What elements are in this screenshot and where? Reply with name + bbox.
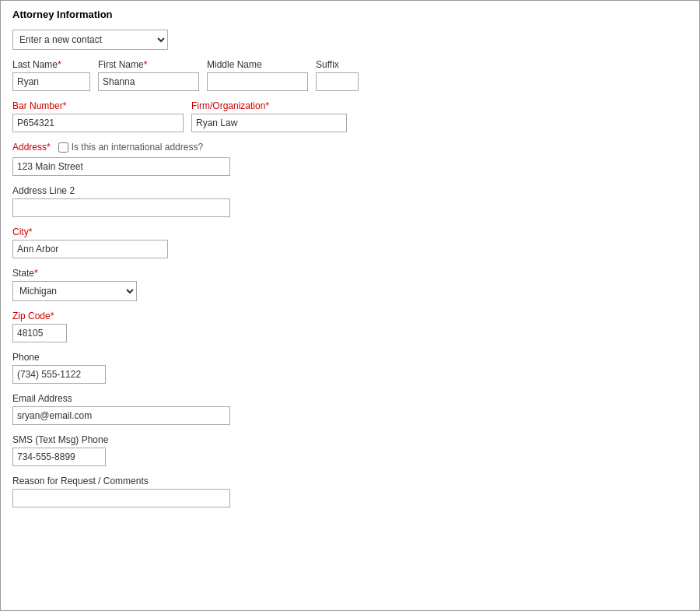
city-input[interactable] bbox=[12, 240, 168, 258]
name-fields-row: Last Name* First Name* Middle Name Suffi… bbox=[12, 59, 688, 91]
address-label-row: Address* Is this an international addres… bbox=[12, 142, 688, 153]
city-label: City* bbox=[12, 226, 688, 237]
city-row: City* bbox=[12, 226, 688, 258]
sms-phone-input[interactable] bbox=[12, 448, 106, 466]
firm-org-label: Firm/Organization* bbox=[191, 100, 347, 111]
bar-number-label: Bar Number* bbox=[12, 100, 184, 111]
middle-name-group: Middle Name bbox=[207, 59, 308, 91]
email-input[interactable] bbox=[12, 406, 230, 425]
last-name-required-star: * bbox=[58, 59, 61, 70]
first-name-required-star: * bbox=[144, 59, 148, 70]
bar-number-group: Bar Number* bbox=[12, 100, 184, 132]
email-label: Email Address bbox=[12, 393, 688, 404]
first-name-group: First Name* bbox=[98, 59, 199, 91]
reason-input[interactable] bbox=[12, 489, 230, 507]
first-name-input[interactable] bbox=[98, 72, 199, 91]
last-name-group: Last Name* bbox=[12, 59, 90, 91]
bar-number-required-star: * bbox=[63, 100, 67, 111]
state-select[interactable]: Michigan Alabama Alaska Arizona Arkansas… bbox=[12, 281, 137, 301]
phone-input[interactable] bbox=[12, 365, 106, 384]
address2-label: Address Line 2 bbox=[12, 185, 688, 196]
firm-org-required-star: * bbox=[265, 100, 269, 111]
email-row: Email Address bbox=[12, 393, 688, 425]
zip-code-label: Zip Code* bbox=[12, 311, 688, 321]
state-required-star: * bbox=[34, 268, 38, 279]
suffix-input[interactable] bbox=[316, 72, 359, 91]
last-name-label: Last Name* bbox=[12, 59, 90, 70]
state-row: State* Michigan Alabama Alaska Arizona A… bbox=[12, 268, 688, 301]
first-name-label: First Name* bbox=[98, 59, 199, 70]
suffix-group: Suffix bbox=[316, 59, 359, 91]
address-required-star: * bbox=[47, 142, 51, 153]
address-label: Address* bbox=[12, 142, 51, 153]
address2-input[interactable] bbox=[12, 198, 230, 217]
middle-name-label: Middle Name bbox=[207, 59, 308, 70]
sms-phone-label: SMS (Text Msg) Phone bbox=[12, 434, 688, 445]
city-required-star: * bbox=[29, 226, 33, 237]
attorney-information-panel: Attorney Information Enter a new contact… bbox=[0, 0, 700, 611]
zip-code-row: Zip Code* bbox=[12, 311, 688, 342]
zip-code-input[interactable] bbox=[12, 324, 67, 342]
contact-select[interactable]: Enter a new contact Search existing cont… bbox=[12, 30, 168, 50]
address-input[interactable] bbox=[12, 157, 230, 176]
middle-name-input[interactable] bbox=[207, 72, 308, 91]
reason-row: Reason for Request / Comments bbox=[12, 476, 688, 507]
bar-firm-row: Bar Number* Firm/Organization* bbox=[12, 100, 688, 132]
intl-checkbox-label: Is this an international address? bbox=[58, 142, 203, 153]
last-name-input[interactable] bbox=[12, 72, 90, 91]
firm-org-input[interactable] bbox=[191, 114, 347, 132]
page-title: Attorney Information bbox=[12, 9, 688, 20]
reason-label: Reason for Request / Comments bbox=[12, 476, 688, 486]
address2-row: Address Line 2 bbox=[12, 185, 688, 217]
phone-row: Phone bbox=[12, 352, 688, 384]
intl-address-checkbox[interactable] bbox=[58, 142, 68, 153]
phone-label: Phone bbox=[12, 352, 688, 363]
suffix-label: Suffix bbox=[316, 59, 359, 70]
zip-required-star: * bbox=[51, 311, 54, 321]
sms-phone-row: SMS (Text Msg) Phone bbox=[12, 434, 688, 466]
contact-select-row: Enter a new contact Search existing cont… bbox=[12, 30, 688, 50]
bar-number-input[interactable] bbox=[12, 114, 184, 132]
address-row: Address* Is this an international addres… bbox=[12, 142, 688, 176]
firm-org-group: Firm/Organization* bbox=[191, 100, 347, 132]
state-label: State* bbox=[12, 268, 688, 279]
